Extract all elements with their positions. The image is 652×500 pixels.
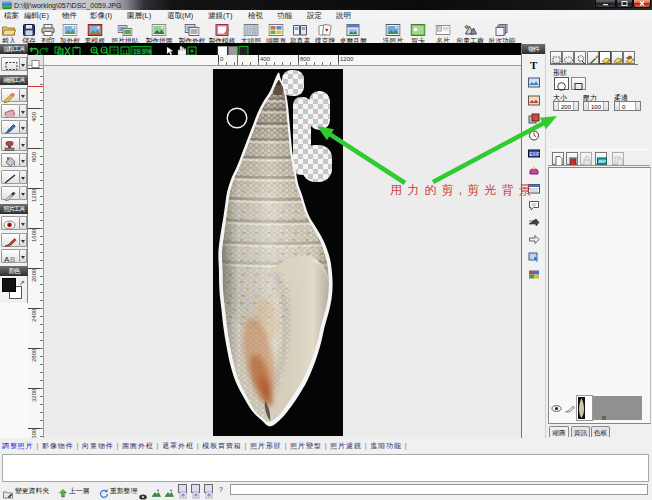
- svg-text:11: 11: [122, 49, 129, 55]
- svg-text:♥: ♥: [325, 27, 329, 33]
- svg-text:T: T: [530, 59, 538, 71]
- svg-text:B: B: [10, 255, 15, 264]
- svg-text:19.9%: 19.9%: [133, 48, 152, 55]
- svg-text:EXIF: EXIF: [530, 152, 540, 157]
- svg-text:BMP: BMP: [599, 160, 607, 164]
